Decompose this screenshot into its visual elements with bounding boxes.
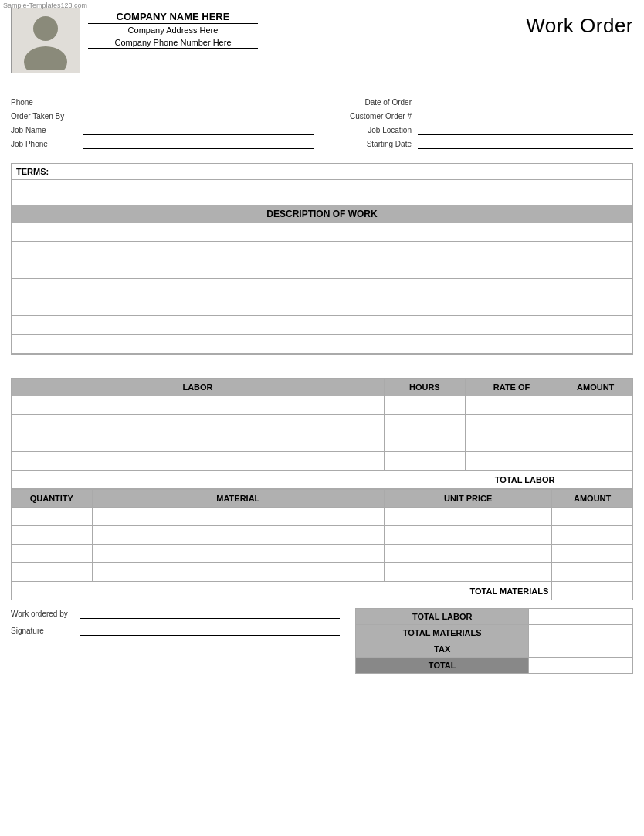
desc-row-3[interactable] bbox=[12, 260, 632, 279]
date-order-input[interactable] bbox=[418, 97, 633, 107]
form-row-phone: Phone bbox=[11, 97, 314, 107]
company-logo bbox=[11, 8, 80, 73]
labor-desc-3[interactable] bbox=[12, 433, 385, 452]
company-name: COMPANY NAME HERE bbox=[88, 11, 258, 24]
labor-hours-2[interactable] bbox=[385, 415, 466, 433]
mat-desc-2[interactable] bbox=[92, 526, 384, 545]
grand-total-value[interactable] bbox=[529, 658, 633, 674]
work-description-rows bbox=[12, 223, 632, 354]
mat-price-4[interactable] bbox=[384, 563, 551, 582]
total-labor-value[interactable] bbox=[558, 471, 633, 489]
labor-row-3[interactable] bbox=[12, 433, 633, 452]
labor-col-rate: RATE OF bbox=[465, 379, 558, 396]
mat-price-2[interactable] bbox=[384, 526, 551, 545]
labor-hours-4[interactable] bbox=[385, 452, 466, 471]
work-ordered-input[interactable] bbox=[80, 608, 340, 619]
job-name-label: Job Name bbox=[11, 126, 80, 134]
desc-row-2[interactable] bbox=[12, 242, 632, 260]
mat-col-unit-price: UNIT PRICE bbox=[384, 490, 551, 508]
labor-rate-3[interactable] bbox=[465, 433, 558, 452]
mat-qty-3[interactable] bbox=[12, 545, 93, 563]
labor-amount-3[interactable] bbox=[558, 433, 633, 452]
watermark: Sample-Templates123.com bbox=[3, 2, 87, 9]
mat-row-4[interactable] bbox=[12, 563, 633, 582]
total-materials-value[interactable] bbox=[552, 582, 633, 600]
starting-date-label: Starting Date bbox=[330, 140, 415, 148]
mat-row-3[interactable] bbox=[12, 545, 633, 563]
phone-input[interactable] bbox=[83, 97, 314, 107]
form-row-date-order: Date of Order bbox=[330, 97, 633, 107]
terms-body[interactable] bbox=[12, 180, 632, 205]
labor-hours-3[interactable] bbox=[385, 433, 466, 452]
customer-order-input[interactable] bbox=[418, 110, 633, 121]
desc-row-7[interactable] bbox=[12, 335, 632, 353]
mat-desc-1[interactable] bbox=[92, 508, 384, 526]
company-phone: Company Phone Number Here bbox=[88, 38, 258, 49]
mat-qty-1[interactable] bbox=[12, 508, 93, 526]
labor-row-1[interactable] bbox=[12, 396, 633, 415]
labor-desc-1[interactable] bbox=[12, 396, 385, 415]
total-materials-label: TOTAL MATERIALS bbox=[12, 582, 552, 600]
signature-area: Work ordered by Signature bbox=[11, 608, 355, 642]
mat-amount-4[interactable] bbox=[552, 563, 633, 582]
labor-desc-2[interactable] bbox=[12, 415, 385, 433]
form-col-right: Date of Order Customer Order # Job Locat… bbox=[314, 97, 633, 152]
terms-header: TERMS: bbox=[12, 164, 632, 180]
desc-row-1[interactable] bbox=[12, 223, 632, 242]
labor-amount-1[interactable] bbox=[558, 396, 633, 415]
mat-amount-2[interactable] bbox=[552, 526, 633, 545]
labor-row-2[interactable] bbox=[12, 415, 633, 433]
order-taken-input[interactable] bbox=[83, 110, 314, 121]
labor-amount-4[interactable] bbox=[558, 452, 633, 471]
labor-rate-2[interactable] bbox=[465, 415, 558, 433]
tax-row: TAX bbox=[356, 641, 633, 658]
labor-rate-1[interactable] bbox=[465, 396, 558, 415]
signature-label: Signature bbox=[11, 627, 80, 635]
mat-amount-1[interactable] bbox=[552, 508, 633, 526]
mat-qty-2[interactable] bbox=[12, 526, 93, 545]
desc-row-6[interactable] bbox=[12, 316, 632, 335]
mat-row-2[interactable] bbox=[12, 526, 633, 545]
job-phone-input[interactable] bbox=[83, 138, 314, 149]
mat-col-amount: AMOUNT bbox=[552, 490, 633, 508]
mat-row-1[interactable] bbox=[12, 508, 633, 526]
total-labor-label: TOTAL LABOR bbox=[12, 471, 558, 489]
total-labor-summary-row: TOTAL LABOR bbox=[356, 609, 633, 625]
total-materials-summary-value[interactable] bbox=[529, 625, 633, 641]
mat-qty-4[interactable] bbox=[12, 563, 93, 582]
mat-desc-3[interactable] bbox=[92, 545, 384, 563]
form-row-customer-order: Customer Order # bbox=[330, 110, 633, 121]
labor-rate-4[interactable] bbox=[465, 452, 558, 471]
job-location-label: Job Location bbox=[330, 126, 415, 134]
total-materials-summary-row: TOTAL MATERIALS bbox=[356, 625, 633, 641]
starting-date-input[interactable] bbox=[418, 138, 633, 149]
signature-input[interactable] bbox=[80, 625, 340, 636]
labor-amount-2[interactable] bbox=[558, 415, 633, 433]
total-materials-summary-label: TOTAL MATERIALS bbox=[356, 625, 529, 641]
job-name-input[interactable] bbox=[83, 124, 314, 135]
order-taken-label: Order Taken By bbox=[11, 112, 80, 121]
job-location-input[interactable] bbox=[418, 124, 633, 135]
phone-label: Phone bbox=[11, 98, 80, 107]
page-title: Work Order bbox=[526, 8, 633, 38]
labor-hours-1[interactable] bbox=[385, 396, 466, 415]
desc-row-4[interactable] bbox=[12, 279, 632, 297]
total-labor-summary-value[interactable] bbox=[529, 609, 633, 625]
mat-price-1[interactable] bbox=[384, 508, 551, 526]
terms-and-desc-container: TERMS: DESCRIPTION OF WORK bbox=[11, 163, 633, 355]
labor-col-amount: AMOUNT bbox=[558, 379, 633, 396]
labor-desc-4[interactable] bbox=[12, 452, 385, 471]
mat-desc-4[interactable] bbox=[92, 563, 384, 582]
mat-price-3[interactable] bbox=[384, 545, 551, 563]
tax-value[interactable] bbox=[529, 641, 633, 658]
form-row-job-phone: Job Phone bbox=[11, 138, 314, 149]
header: COMPANY NAME HERE Company Address Here C… bbox=[11, 8, 633, 73]
form-row-order-taken: Order Taken By bbox=[11, 110, 314, 121]
totals-section: Work ordered by Signature TOTAL LABOR TO… bbox=[11, 608, 633, 674]
mat-amount-3[interactable] bbox=[552, 545, 633, 563]
labor-table: LABOR HOURS RATE OF AMOUNT bbox=[11, 378, 633, 489]
svg-point-1 bbox=[24, 46, 67, 70]
labor-row-4[interactable] bbox=[12, 452, 633, 471]
desc-row-5[interactable] bbox=[12, 297, 632, 316]
job-phone-label: Job Phone bbox=[11, 140, 80, 148]
